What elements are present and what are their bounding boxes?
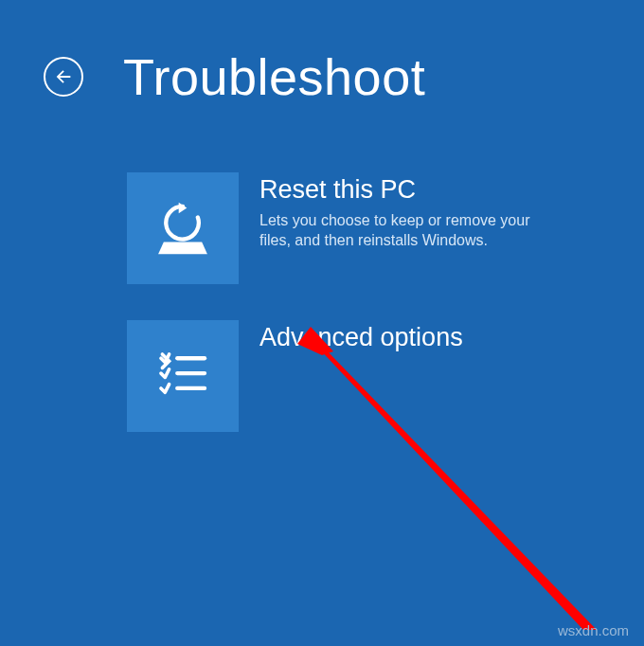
back-button[interactable] xyxy=(44,57,83,97)
option-reset-this-pc[interactable]: Reset this PC Lets you choose to keep or… xyxy=(127,172,600,284)
options-list: Reset this PC Lets you choose to keep or… xyxy=(0,172,644,432)
option-title: Advanced options xyxy=(259,324,463,352)
option-text: Advanced options xyxy=(259,320,463,358)
option-advanced-options[interactable]: Advanced options xyxy=(127,320,600,432)
option-description: Lets you choose to keep or remove your f… xyxy=(259,210,563,251)
page-title: Troubleshoot xyxy=(123,47,425,106)
advanced-options-icon xyxy=(127,320,239,432)
header: Troubleshoot xyxy=(0,0,644,106)
back-arrow-icon xyxy=(53,66,74,87)
reset-pc-icon xyxy=(127,172,239,284)
watermark: wsxdn.com xyxy=(558,622,629,638)
option-text: Reset this PC Lets you choose to keep or… xyxy=(259,172,563,251)
option-title: Reset this PC xyxy=(259,176,563,205)
